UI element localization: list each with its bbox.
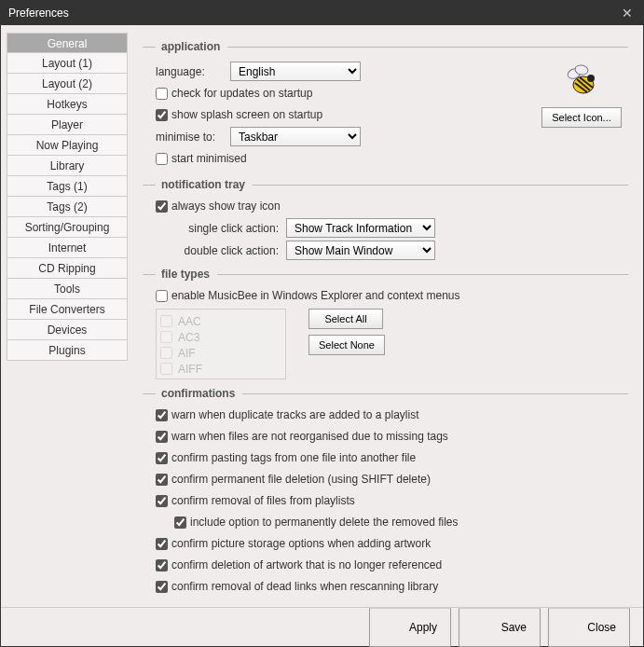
conf-remove-playlist-label: confirm removal of files from playlists (171, 494, 355, 507)
sidebar-item-plugins[interactable]: Plugins (7, 340, 128, 361)
double-click-label: double click action: (156, 244, 286, 257)
language-select[interactable]: English (230, 62, 361, 81)
ft-aif-checkbox (160, 347, 172, 359)
conf-paste-tags-checkbox[interactable] (156, 452, 168, 464)
app-icon (563, 62, 600, 100)
svg-point-3 (587, 75, 595, 82)
section-filetypes: file types (143, 268, 628, 281)
select-none-button[interactable]: Select None (308, 335, 385, 355)
sidebar-item-sorting[interactable]: Sorting/Grouping (7, 217, 128, 238)
sidebar: General Layout (1) Layout (2) Hotkeys Pl… (1, 25, 133, 607)
start-minimised-label: start minimised (171, 152, 247, 165)
conf-picture-storage-checkbox[interactable] (156, 538, 168, 550)
titlebar: Preferences ✕ (1, 1, 643, 25)
footer: Apply Save Close (1, 607, 643, 646)
sidebar-item-file-converters[interactable]: File Converters (7, 299, 128, 320)
close-button[interactable]: Close (548, 608, 630, 647)
ft-ac3-label: AC3 (178, 331, 199, 344)
sidebar-item-cd-ripping[interactable]: CD Ripping (7, 258, 128, 279)
double-click-select[interactable]: Show Main Window (286, 241, 435, 260)
ft-aif-label: AIF (178, 347, 196, 360)
content-panel: application language: English check for … (133, 25, 643, 607)
conf-perm-delete-checkbox[interactable] (156, 474, 168, 486)
sidebar-item-tools[interactable]: Tools (7, 279, 128, 299)
sidebar-item-tags2[interactable]: Tags (2) (7, 197, 128, 217)
enable-explorer-checkbox[interactable] (156, 290, 168, 302)
sidebar-item-library[interactable]: Library (7, 156, 128, 176)
sidebar-item-now-playing[interactable]: Now Playing (7, 135, 128, 156)
conf-perm-delete-label: confirm permanent file deletion (using S… (171, 473, 431, 486)
ft-ac3-checkbox (160, 331, 172, 343)
preferences-window: Preferences ✕ General Layout (1) Layout … (0, 0, 644, 647)
single-click-select[interactable]: Show Track Information (286, 218, 435, 238)
conf-paste-tags-label: confirm pasting tags from one file into … (171, 451, 416, 464)
ft-aac-label: AAC (178, 315, 201, 328)
check-updates-checkbox[interactable] (156, 88, 168, 100)
minimise-select[interactable]: Taskbar (230, 127, 361, 146)
conf-reorganise-checkbox[interactable] (156, 431, 168, 443)
conf-picture-storage-label: confirm picture storage options when add… (171, 537, 431, 550)
section-confirmations: confirmations (143, 387, 628, 400)
show-splash-label: show splash screen on startup (171, 108, 322, 121)
sidebar-item-tags1[interactable]: Tags (1) (7, 176, 128, 197)
conf-reorganise-label: warn when files are not reorganised due … (171, 430, 448, 443)
conf-duplicate-label: warn when duplicate tracks are added to … (171, 408, 418, 421)
conf-duplicate-checkbox[interactable] (156, 409, 168, 421)
window-title: Preferences (8, 7, 619, 20)
enable-explorer-label: enable MusicBee in Windows Explorer and … (171, 289, 460, 302)
always-tray-label: always show tray icon (171, 200, 281, 213)
single-click-label: single click action: (156, 222, 286, 235)
section-application: application (143, 40, 628, 53)
sidebar-item-hotkeys[interactable]: Hotkeys (7, 94, 128, 115)
select-icon-button[interactable]: Select Icon... (541, 107, 622, 128)
ft-aac-checkbox (160, 315, 172, 327)
conf-include-perm-label: include option to permanently delete the… (190, 516, 459, 529)
language-label: language: (156, 65, 230, 78)
check-updates-label: check for updates on startup (171, 87, 312, 100)
show-splash-checkbox[interactable] (156, 109, 168, 121)
ft-aiff-checkbox (160, 363, 172, 375)
sidebar-item-layout2[interactable]: Layout (2) (7, 74, 128, 94)
conf-artwork-delete-checkbox[interactable] (156, 559, 168, 571)
sidebar-item-general[interactable]: General (7, 33, 128, 53)
sidebar-item-internet[interactable]: Internet (7, 238, 128, 258)
sidebar-item-layout1[interactable]: Layout (1) (7, 53, 128, 74)
sidebar-item-devices[interactable]: Devices (7, 320, 128, 340)
conf-remove-playlist-checkbox[interactable] (156, 495, 168, 507)
conf-include-perm-checkbox[interactable] (174, 516, 186, 529)
minimise-label: minimise to: (156, 131, 230, 144)
conf-artwork-delete-label: confirm deletion of artwork that is no l… (171, 558, 442, 571)
always-tray-checkbox[interactable] (156, 200, 168, 213)
ft-aiff-label: AIFF (178, 363, 202, 376)
apply-button[interactable]: Apply (369, 608, 451, 647)
conf-dead-links-checkbox[interactable] (156, 581, 168, 593)
start-minimised-checkbox[interactable] (156, 153, 168, 165)
sidebar-item-player[interactable]: Player (7, 115, 128, 135)
save-button[interactable]: Save (459, 608, 541, 647)
close-icon[interactable]: ✕ (619, 6, 636, 21)
section-tray: notification tray (143, 178, 628, 191)
select-all-button[interactable]: Select All (308, 309, 383, 329)
filetype-list: AAC AC3 AIF AIFF (156, 309, 286, 379)
conf-dead-links-label: confirm removal of dead links when resca… (171, 580, 438, 593)
